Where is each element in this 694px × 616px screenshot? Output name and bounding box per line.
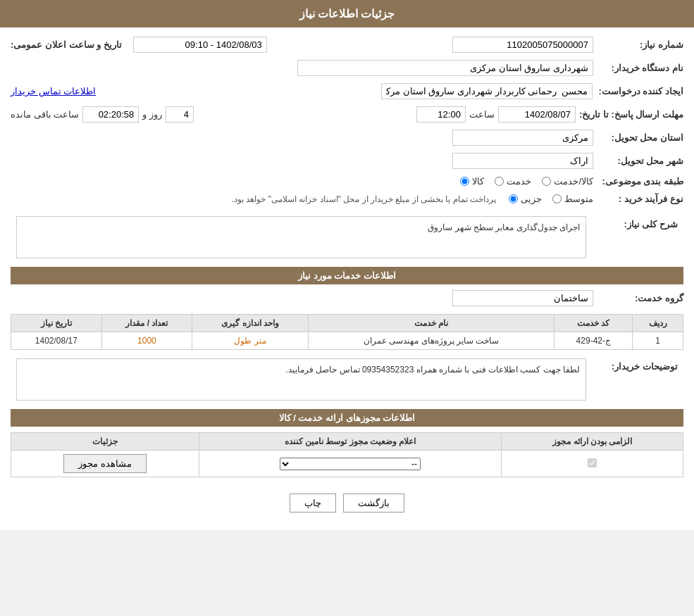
deadline-days-input	[166, 106, 194, 122]
main-info-section: شماره نیاز: تاریخ و ساعت اعلان عمومی: نا…	[11, 34, 683, 206]
category-radio-khedmat[interactable]	[495, 177, 504, 186]
perm-required-checkbox	[588, 458, 597, 467]
purchase-type-option-motavasset-label: متوسط	[564, 194, 593, 204]
services-row-code: ج-42-429	[554, 332, 633, 350]
buyer-desc-box: لطفا جهت کسب اطلاعات فنی با شماره همراه …	[16, 358, 586, 401]
announce-datetime-input	[133, 37, 267, 53]
deadline-day-label: روز و	[142, 109, 162, 120]
purchase-type-note: پرداخت تمام یا بخشی از مبلغ خریدار از مح…	[232, 194, 496, 204]
service-group-row: گروه خدمت:	[11, 288, 683, 308]
purchase-type-radio-group: متوسط جزیی	[509, 194, 593, 204]
creator-row: ایجاد کننده درخواست: اطلاعات تماس خریدار	[11, 81, 683, 101]
print-button[interactable]: چاپ	[290, 494, 336, 513]
buyer-desc-label: توضیحات خریدار:	[612, 361, 678, 372]
purchase-type-row: نوع فرآیند خرید : متوسط جزیی پرداخت تمام…	[11, 191, 683, 206]
service-group-input	[452, 290, 593, 306]
buyer-org-input	[297, 60, 593, 76]
services-col-date: تاریخ نیاز	[11, 315, 102, 332]
category-option-kala-khedmat-label: کالا/خدمت	[554, 176, 593, 187]
services-table-row: 1 ج-42-429 ساخت سایر پروژه‌های مهندسی عم…	[11, 332, 683, 350]
buyer-desc-text: لطفا جهت کسب اطلاعات فنی با شماره همراه …	[286, 365, 580, 375]
need-description-label: شرح کلی نیاز:	[624, 219, 678, 230]
need-description-box: اجرای جدول‌گذاری معابر سطح شهر ساروق	[16, 216, 586, 258]
announce-datetime-label: تاریخ و ساعت اعلان عمومی:	[11, 39, 128, 50]
buyer-org-label: نام دستگاه خریدار:	[599, 63, 683, 73]
buyer-org-row: نام دستگاه خریدار:	[11, 58, 683, 78]
purchase-type-option-jozii-label: جزیی	[521, 194, 542, 204]
need-description-section: شرح کلی نیاز: اجرای جدول‌گذاری معابر سطح…	[11, 213, 683, 261]
purchase-type-option-motavasset: متوسط	[552, 194, 593, 204]
category-radio-kala-khedmat[interactable]	[542, 177, 551, 186]
need-number-input	[452, 37, 593, 53]
perm-col-details: جزئیات	[11, 433, 199, 451]
page-wrapper: جزئیات اطلاعات نیاز شماره نیاز: تاریخ و …	[0, 0, 694, 530]
page-title: جزئیات اطلاعات نیاز	[299, 8, 395, 20]
deadline-row: مهلت ارسال پاسخ: تا تاریخ: ساعت روز و سا…	[11, 104, 683, 125]
services-col-row: ردیف	[633, 315, 683, 332]
province-input	[452, 130, 593, 146]
category-option-kala: کالا	[460, 176, 484, 187]
deadline-time-label: ساعت	[469, 109, 495, 120]
category-option-kala-khedmat: کالا/خدمت	[542, 176, 593, 187]
permissions-table: الزامی بودن ارائه مجوز اعلام وضعیت مجوز …	[11, 432, 683, 477]
deadline-remaining-label: ساعت باقی مانده	[11, 109, 79, 120]
services-row-date: 1402/08/17	[11, 332, 102, 350]
category-radio-group: کالا/خدمت خدمت کالا	[460, 176, 593, 187]
deadline-date-input	[498, 106, 576, 122]
category-option-khedmat: خدمت	[495, 176, 531, 187]
perm-col-status: اعلام وضعیت مجوز توسط نامین کننده	[199, 433, 502, 451]
purchase-type-label: نوع فرآیند خرید :	[599, 194, 683, 204]
services-section-header: اطلاعات خدمات مورد نیاز	[11, 267, 683, 284]
permissions-section-header: اطلاعات مجوزهای ارائه خدمت / کالا	[11, 409, 683, 427]
services-row-qty: 1000	[101, 332, 192, 350]
creator-input	[381, 83, 593, 99]
city-row: شهر محل تحویل:	[11, 151, 683, 171]
buyer-desc-section: توضیحات خریدار: لطفا جهت کسب اطلاعات فنی…	[11, 356, 683, 403]
purchase-type-option-jozii: جزیی	[509, 194, 542, 204]
services-col-code: کد خدمت	[554, 315, 633, 332]
deadline-time-input	[416, 106, 466, 122]
page-header: جزئیات اطلاعات نیاز	[0, 0, 694, 27]
deadline-remaining-input	[82, 106, 139, 122]
deadline-label: مهلت ارسال پاسخ: تا تاریخ:	[579, 109, 683, 120]
city-input	[452, 153, 593, 169]
perm-status-cell: --	[199, 451, 502, 477]
need-number-label: شماره نیاز:	[599, 39, 683, 50]
perm-row: -- مشاهده مجوز	[11, 451, 683, 477]
services-row-num: 1	[633, 332, 683, 350]
province-label: استان محل تحویل:	[599, 132, 683, 143]
category-option-khedmat-label: خدمت	[507, 176, 531, 187]
back-button[interactable]: بازگشت	[343, 494, 404, 513]
service-group-label: گروه خدمت:	[599, 293, 683, 303]
services-table: ردیف کد خدمت نام خدمت واحد اندازه گیری ت…	[11, 314, 683, 350]
contact-link[interactable]: اطلاعات تماس خریدار	[11, 86, 96, 96]
category-option-kala-label: کالا	[472, 176, 484, 187]
perm-required-cell	[502, 451, 683, 477]
purchase-type-radio-jozii[interactable]	[509, 194, 518, 203]
services-row-unit: متر طول	[192, 332, 309, 350]
city-label: شهر محل تحویل:	[599, 156, 683, 166]
services-col-unit: واحد اندازه گیری	[192, 315, 309, 332]
creator-label: ایجاد کننده درخواست:	[598, 86, 683, 96]
services-col-name: نام خدمت	[308, 315, 554, 332]
need-number-row: شماره نیاز: تاریخ و ساعت اعلان عمومی:	[11, 34, 683, 55]
services-row-name: ساخت سایر پروژه‌های مهندسی عمران	[308, 332, 554, 350]
services-col-qty: تعداد / مقدار	[101, 315, 192, 332]
perm-status-select[interactable]: --	[280, 458, 421, 470]
need-description-text: اجرای جدول‌گذاری معابر سطح شهر ساروق	[428, 222, 580, 232]
perm-details-cell: مشاهده مجوز	[11, 451, 199, 477]
view-permit-button[interactable]: مشاهده مجوز	[63, 454, 147, 473]
province-row: استان محل تحویل:	[11, 127, 683, 148]
category-radio-kala[interactable]	[460, 177, 469, 186]
perm-col-required: الزامی بودن ارائه مجوز	[502, 433, 683, 451]
purchase-type-radio-motavasset[interactable]	[552, 194, 562, 203]
content-area: شماره نیاز: تاریخ و ساعت اعلان عمومی: نا…	[0, 27, 694, 530]
category-label: طبقه بندی موضوعی:	[599, 176, 683, 187]
category-row: طبقه بندی موضوعی: کالا/خدمت خدمت کالا	[11, 174, 683, 189]
footer-buttons: بازگشت چاپ	[11, 483, 683, 523]
